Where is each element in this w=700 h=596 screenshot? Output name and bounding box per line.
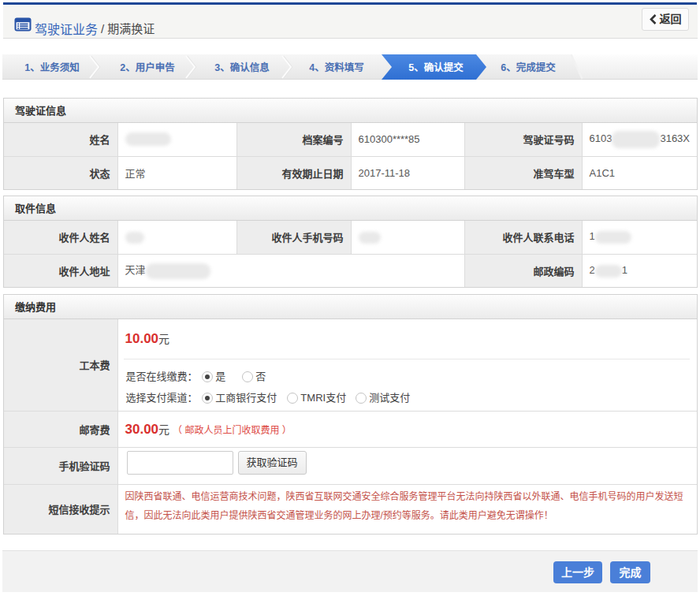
svg-text:2、用户申告: 2、用户申告 (120, 61, 175, 73)
svg-text:3、确认信息: 3、确认信息 (214, 61, 270, 73)
svg-text:4、资料填写: 4、资料填写 (309, 61, 363, 73)
svg-text:6、完成提交: 6、完成提交 (501, 61, 556, 73)
svg-text:1、业务须知: 1、业务须知 (24, 61, 79, 73)
svg-text:5、确认提交: 5、确认提交 (408, 61, 464, 73)
